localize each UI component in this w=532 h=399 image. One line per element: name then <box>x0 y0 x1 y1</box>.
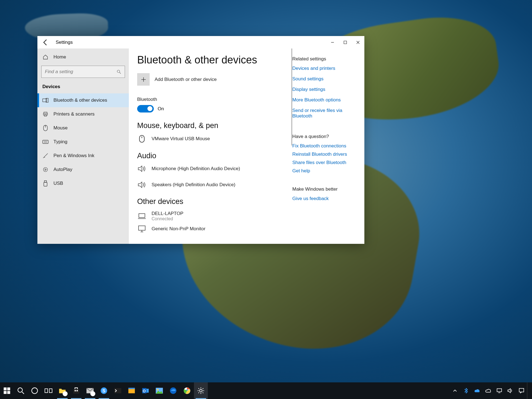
feedback-link[interactable]: Give us feedback <box>292 196 359 201</box>
onedrive-tray[interactable] <box>472 382 483 399</box>
file-explorer-button[interactable] <box>55 382 69 399</box>
device-status: Connected <box>152 216 183 221</box>
photos-button[interactable] <box>152 382 166 399</box>
svg-rect-7 <box>44 113 48 115</box>
sidebar-item-pen[interactable]: Pen & Windows Ink <box>37 149 129 163</box>
chrome-button[interactable] <box>180 382 194 399</box>
device-label: Generic Non-PnP Monitor <box>152 226 205 232</box>
settings-window: Settings Home <box>37 36 364 244</box>
sidebar-item-typing[interactable]: Typing <box>37 135 129 149</box>
sidebar-item-printers[interactable]: Printers & scanners <box>37 107 129 121</box>
device-item[interactable]: Generic Non-PnP Monitor <box>137 224 284 240</box>
mouse-icon <box>42 125 48 131</box>
svg-rect-23 <box>4 391 6 394</box>
scrollbar[interactable] <box>291 48 292 145</box>
device-item[interactable]: Microphone (High Definition Audio Device… <box>137 163 284 180</box>
show-desktop-button[interactable] <box>527 382 530 399</box>
settings-related-panel: Related settings Devices and printers So… <box>292 48 364 244</box>
laptop-icon <box>137 213 147 219</box>
question-title: Have a question? <box>292 134 359 139</box>
related-link[interactable]: Send or receive files via Bluetooth <box>292 108 359 119</box>
mail-button[interactable] <box>83 382 97 399</box>
sidebar-item-label: USB <box>53 181 63 186</box>
svg-rect-38 <box>128 388 135 389</box>
microsoft-store-button[interactable] <box>69 382 83 399</box>
terminal-button[interactable] <box>111 382 125 399</box>
home-button[interactable]: Home <box>37 50 129 64</box>
sidebar-item-bluetooth-devices[interactable]: Bluetooth & other devices <box>37 93 129 107</box>
help-link[interactable]: Fix Bluetooth connections <box>292 143 359 149</box>
svg-rect-32 <box>76 390 78 392</box>
edge-button[interactable] <box>166 382 180 399</box>
weather-tray[interactable] <box>483 382 494 399</box>
cloud-outline-icon <box>485 388 491 394</box>
svg-rect-20 <box>139 226 145 230</box>
sidebar-item-usb[interactable]: USB <box>37 177 129 190</box>
related-link[interactable]: Display settings <box>292 87 359 92</box>
related-link[interactable]: Devices and printers <box>292 66 359 71</box>
svg-point-43 <box>157 389 158 391</box>
svg-rect-16 <box>44 182 47 186</box>
start-button[interactable] <box>0 382 14 399</box>
svg-line-26 <box>22 392 24 394</box>
action-center-tray[interactable] <box>516 382 527 399</box>
overflow-tray[interactable] <box>449 382 461 399</box>
search-icon <box>116 69 121 74</box>
sidebar-category: Devices <box>37 81 129 93</box>
back-button[interactable] <box>41 38 50 47</box>
notification-icon <box>518 388 525 394</box>
window-titlebar[interactable]: Settings <box>37 36 364 48</box>
windows-icon <box>3 387 11 395</box>
help-link[interactable]: Get help <box>292 168 359 174</box>
device-item[interactable]: Speakers (High Definition Audio Device) <box>137 180 284 196</box>
volume-tray[interactable] <box>505 382 516 399</box>
device-item[interactable]: DELL-LAPTOP Connected <box>137 209 284 224</box>
sidebar-item-autoplay[interactable]: AutoPlay <box>37 163 129 177</box>
close-button[interactable] <box>352 36 364 48</box>
terminal-icon <box>114 387 122 395</box>
pen-icon <box>42 153 48 158</box>
svg-rect-19 <box>139 214 145 218</box>
help-link[interactable]: Share files over Bluetooth <box>292 160 359 165</box>
settings-button[interactable] <box>194 382 208 399</box>
section-title: Audio <box>137 152 284 160</box>
better-title: Make Windows better <box>292 186 359 192</box>
svg-rect-36 <box>114 388 121 393</box>
bluetooth-tray[interactable] <box>461 382 472 399</box>
settings-search[interactable] <box>41 66 125 78</box>
sidebar-item-label: AutoPlay <box>53 167 72 172</box>
bluetooth-toggle[interactable] <box>137 105 154 112</box>
svg-rect-28 <box>45 389 48 393</box>
svg-rect-21 <box>4 387 6 390</box>
related-link[interactable]: More Bluetooth options <box>292 97 359 103</box>
outlook-icon: O <box>142 387 149 395</box>
autoplay-icon <box>42 167 48 172</box>
add-device-button[interactable]: Add Bluetooth or other device <box>137 73 284 86</box>
search-button[interactable] <box>14 382 28 399</box>
skype-button[interactable]: S <box>97 382 111 399</box>
sidebar-item-mouse[interactable]: Mouse <box>37 121 129 135</box>
svg-rect-22 <box>7 387 10 390</box>
device-label: Speakers (High Definition Audio Device) <box>152 182 235 188</box>
svg-line-54 <box>198 392 199 393</box>
svg-rect-11 <box>43 140 48 144</box>
cortana-button[interactable] <box>28 382 42 399</box>
related-link[interactable]: Sound settings <box>292 76 359 82</box>
maximize-button[interactable] <box>339 36 352 48</box>
bluetooth-icon <box>463 388 469 394</box>
device-label: DELL-LAPTOP <box>152 211 183 216</box>
movies-button[interactable] <box>125 382 139 399</box>
outlook-button[interactable]: O <box>139 382 152 399</box>
svg-line-3 <box>119 72 121 74</box>
help-link[interactable]: Reinstall Bluetooth drivers <box>292 152 359 157</box>
search-input[interactable] <box>45 69 106 75</box>
mouse-outline-icon <box>137 135 147 143</box>
desktop: Settings Home <box>0 0 532 399</box>
taskbar-tray <box>449 382 532 399</box>
minimize-button[interactable] <box>326 36 339 48</box>
svg-rect-15 <box>44 181 47 182</box>
task-view-button[interactable] <box>42 382 55 399</box>
network-tray[interactable] <box>494 382 505 399</box>
device-item[interactable]: VMware Virtual USB Mouse <box>137 133 284 150</box>
plus-icon <box>137 73 150 86</box>
